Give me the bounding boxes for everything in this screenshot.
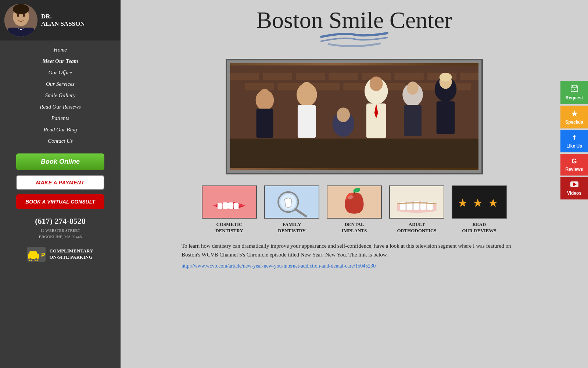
read-our-reviews-label: ReadOur Reviews bbox=[462, 222, 496, 234]
phone-number[interactable]: (617) 274-8528 bbox=[35, 216, 85, 226]
read-reviews-image: ★ ★ ★ bbox=[452, 185, 507, 219]
address-line1: 12 Webster Street bbox=[39, 227, 82, 234]
facebook-icon: f bbox=[573, 134, 576, 142]
sidebar: DR. ALAN SASSON Home Meet Our Team Our O… bbox=[0, 0, 121, 368]
svg-text:★: ★ bbox=[458, 197, 468, 209]
cosmetic-dentistry-label: CosmeticDentistry bbox=[215, 222, 243, 234]
nav-smile-gallery[interactable]: Smile Gallery bbox=[0, 91, 121, 100]
svg-rect-20 bbox=[460, 73, 478, 80]
family-dentistry-image bbox=[264, 185, 319, 219]
calendar-icon bbox=[571, 85, 578, 94]
specials-label: Specials bbox=[565, 120, 583, 125]
adult-orthodontics-label: AdultOrthodontics bbox=[397, 222, 436, 234]
svg-point-9 bbox=[29, 258, 32, 261]
request-appointment-button[interactable]: Request bbox=[560, 81, 588, 104]
svg-rect-16 bbox=[329, 73, 358, 80]
dental-implants-image bbox=[327, 185, 382, 219]
sidebar-header: DR. ALAN SASSON bbox=[0, 0, 121, 40]
service-cosmetic-dentistry[interactable]: CosmeticDentistry bbox=[202, 185, 257, 234]
svg-rect-52 bbox=[234, 203, 239, 209]
description-section: To learn how dentistry can dramatically … bbox=[182, 241, 527, 270]
nav-contact-us[interactable]: Contact Us bbox=[0, 136, 121, 146]
svg-point-10 bbox=[35, 258, 38, 261]
service-read-reviews[interactable]: ★ ★ ★ ReadOur Reviews bbox=[452, 185, 507, 234]
svg-rect-21 bbox=[245, 83, 274, 91]
nav-patients[interactable]: Patients bbox=[0, 113, 121, 123]
doctor-name-block: DR. ALAN SASSON bbox=[41, 13, 85, 28]
service-dental-implants[interactable]: DentalImplants bbox=[327, 185, 382, 234]
logo-area: Boston Smile Center bbox=[135, 7, 573, 52]
adult-orthodontics-image bbox=[389, 185, 444, 219]
main-content: Boston Smile Center bbox=[121, 0, 588, 368]
svg-rect-30 bbox=[257, 109, 273, 138]
cosmetic-dentistry-image bbox=[202, 185, 257, 219]
svg-point-2 bbox=[13, 4, 29, 14]
google-reviews-button[interactable]: G Reviews bbox=[560, 154, 588, 176]
svg-rect-50 bbox=[223, 202, 228, 209]
svg-rect-42 bbox=[404, 105, 422, 137]
service-adult-orthodontics[interactable]: AdultOrthodontics bbox=[389, 185, 444, 234]
nav-read-reviews[interactable]: Read Our Reviews bbox=[0, 102, 121, 112]
book-virtual-consult-button[interactable]: Book a Virtual Consult bbox=[16, 194, 104, 209]
nav-read-blog[interactable]: Read Our Blog bbox=[0, 125, 121, 135]
svg-rect-15 bbox=[296, 73, 325, 80]
facebook-like-button[interactable]: f Like Us bbox=[560, 130, 588, 152]
youtube-icon bbox=[570, 181, 578, 189]
nav-home[interactable]: Home bbox=[0, 45, 121, 55]
svg-point-39 bbox=[370, 77, 383, 91]
svg-rect-33 bbox=[298, 105, 316, 138]
parking-text: Complimentary On-Site Parking bbox=[49, 248, 93, 261]
logo-container: Boston Smile Center bbox=[256, 7, 452, 52]
svg-text:P: P bbox=[41, 252, 45, 258]
svg-point-47 bbox=[440, 73, 452, 82]
nav-our-services[interactable]: Our Services bbox=[0, 79, 121, 89]
parking-section: P Complimentary On-Site Parking bbox=[20, 247, 100, 262]
request-label: Request bbox=[566, 95, 583, 100]
nav-our-office[interactable]: Our Office bbox=[0, 68, 121, 78]
svg-rect-13 bbox=[230, 73, 259, 80]
svg-rect-14 bbox=[263, 73, 292, 80]
doctor-prefix: DR. bbox=[41, 13, 85, 20]
google-icon: G bbox=[571, 158, 577, 165]
family-dentistry-label: FamilyDentistry bbox=[278, 222, 305, 234]
service-family-dentistry[interactable]: FamilyDentistry bbox=[264, 185, 319, 234]
svg-point-31 bbox=[260, 89, 270, 101]
sidebar-nav: Home Meet Our Team Our Office Our Servic… bbox=[0, 40, 121, 151]
svg-rect-51 bbox=[228, 202, 233, 209]
specials-button[interactable]: ★ Specials bbox=[560, 106, 588, 128]
svg-point-36 bbox=[337, 108, 350, 123]
youtube-videos-button[interactable]: Videos bbox=[560, 177, 588, 199]
address: 12 Webster Street Brookline, MA 02446 bbox=[39, 227, 82, 240]
team-photo-frame bbox=[226, 59, 483, 174]
videos-label: Videos bbox=[567, 191, 581, 196]
right-sidebar: Request ★ Specials f Like Us G Reviews V… bbox=[560, 81, 588, 199]
svg-rect-45 bbox=[437, 102, 455, 134]
parking-icon: P bbox=[27, 247, 46, 262]
svg-rect-3 bbox=[8, 28, 34, 37]
svg-rect-18 bbox=[394, 73, 424, 80]
book-online-button[interactable]: Book Online bbox=[16, 153, 104, 170]
svg-text:★: ★ bbox=[473, 197, 483, 209]
svg-rect-28 bbox=[230, 139, 478, 168]
nav-meet-our-team[interactable]: Meet Our Team bbox=[0, 56, 121, 66]
make-payment-button[interactable]: Make A Payment bbox=[16, 175, 104, 190]
star-icon: ★ bbox=[571, 109, 578, 118]
service-tiles: CosmeticDentistry FamilyDentistry bbox=[189, 185, 520, 234]
address-line2: Brookline, MA 02446 bbox=[39, 234, 82, 240]
smile-swoosh-icon bbox=[314, 29, 395, 52]
team-photo bbox=[230, 63, 478, 170]
svg-rect-75 bbox=[574, 89, 575, 90]
like-label: Like Us bbox=[566, 144, 582, 149]
description-link[interactable]: http://www.wcvb.com/article/new-year-new… bbox=[182, 262, 527, 270]
svg-text:★: ★ bbox=[488, 197, 498, 209]
doctor-avatar bbox=[4, 4, 37, 37]
svg-point-34 bbox=[301, 82, 313, 95]
reviews-label: Reviews bbox=[565, 167, 583, 172]
description-text: To learn how dentistry can dramatically … bbox=[182, 241, 527, 259]
svg-point-5 bbox=[17, 14, 19, 17]
svg-rect-8 bbox=[29, 251, 37, 255]
svg-point-6 bbox=[23, 14, 25, 17]
svg-rect-49 bbox=[218, 203, 223, 209]
dental-implants-label: DentalImplants bbox=[342, 222, 367, 234]
doctor-full-name: ALAN SASSON bbox=[41, 20, 85, 28]
